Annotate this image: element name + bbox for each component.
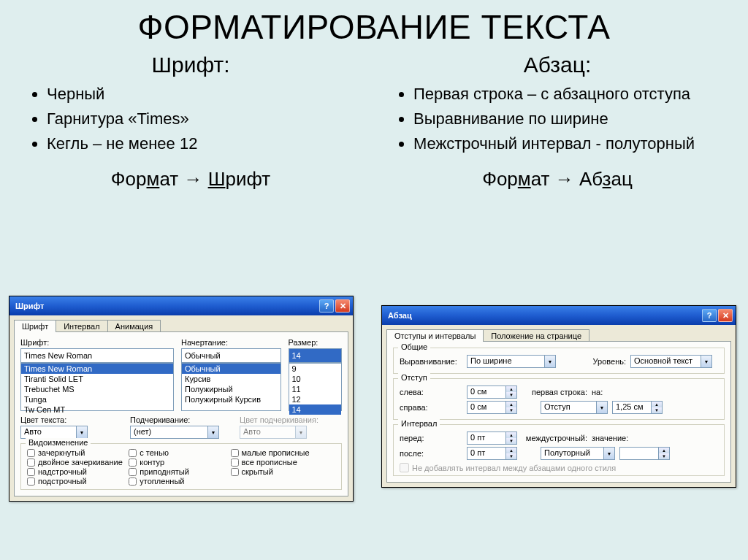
alignment-combo[interactable]: По ширине▼ <box>467 355 556 368</box>
list-item[interactable]: 10 <box>289 374 342 384</box>
chevron-down-icon: ▼ <box>207 426 218 438</box>
left-column: Шрифт: Черный Гарнитура «Times» Кегль – … <box>15 53 367 196</box>
effect-checkbox[interactable]: зачеркнутый <box>27 448 129 457</box>
spacing-before-spinner[interactable]: 0 пт▲▼ <box>467 431 517 445</box>
tab-font[interactable]: Шрифт <box>14 320 56 332</box>
font-dialog-titlebar: Шрифт ? ✕ <box>9 296 353 315</box>
effects-legend: Видоизменение <box>26 438 91 447</box>
list-item[interactable]: Tiranti Solid LET <box>21 374 173 384</box>
font-color-combo[interactable]: Авто▼ <box>20 426 88 439</box>
on-label: на: <box>592 388 614 396</box>
list-item[interactable]: 12 <box>289 394 342 404</box>
underline-style-label: Подчеркивание: <box>130 415 232 424</box>
indent-left-spinner[interactable]: 0 см▲▼ <box>467 386 517 399</box>
indent-left-label: слева: <box>400 388 462 396</box>
list-item[interactable]: Trebuchet MS <box>21 384 173 394</box>
list-item[interactable]: Полужирный <box>182 384 280 394</box>
paragraph-tab-panel: Общие Выравнивание: По ширине▼ Уровень: … <box>386 341 731 483</box>
effect-checkbox[interactable]: надстрочный <box>27 467 129 476</box>
slide-title: ФОРМАТИРОВАНИЕ ТЕКСТА <box>0 7 748 47</box>
effect-checkbox[interactable]: утопленный <box>129 477 230 486</box>
effect-checkbox[interactable]: скрытый <box>231 467 332 476</box>
list-item[interactable]: Tw Cen MT <box>21 404 173 415</box>
chevron-down-icon: ▼ <box>76 426 87 438</box>
underline-style-combo[interactable]: (нет)▼ <box>130 426 219 439</box>
list-item: Кегль – не менее 12 <box>47 131 367 156</box>
paragraph-bullets: Первая строка – с абзацного отступа Выра… <box>381 82 733 156</box>
spacing-legend: Интервал <box>398 419 440 428</box>
help-button[interactable]: ? <box>702 309 717 322</box>
font-style-input[interactable]: Обычный <box>181 348 281 363</box>
list-item: Гарнитура «Times» <box>47 107 367 131</box>
font-dialog-tabs: Шрифт Интервал Анимация <box>9 315 353 332</box>
font-section-heading: Шрифт: <box>15 53 367 77</box>
font-bullets: Черный Гарнитура «Times» Кегль – не мене… <box>15 82 367 156</box>
effect-checkbox[interactable]: малые прописные <box>231 448 332 457</box>
list-item[interactable]: 14 <box>289 404 342 415</box>
line-spacing-combo[interactable]: Полуторный▼ <box>541 447 615 460</box>
font-name-input[interactable]: Times New Roman <box>20 348 174 363</box>
indent-right-label: справа: <box>400 403 462 412</box>
first-line-combo[interactable]: Отступ▼ <box>541 401 608 414</box>
effect-checkbox[interactable]: с тенью <box>129 448 230 457</box>
menu-path-font: Формат → Шрифт <box>15 168 367 191</box>
list-item: Первая строка – с абзацного отступа <box>413 82 733 107</box>
font-style-label: Начертание: <box>181 338 281 347</box>
general-group: Общие Выравнивание: По ширине▼ Уровень: … <box>393 348 725 374</box>
paragraph-dialog-titlebar: Абзац ? ✕ <box>382 306 736 325</box>
tab-spacing[interactable]: Интервал <box>56 320 107 332</box>
no-space-same-style-checkbox: Не добавлять интервал между абзацами одн… <box>400 463 718 472</box>
underline-color-combo: Авто▼ <box>240 426 307 439</box>
close-button[interactable]: ✕ <box>335 299 350 312</box>
font-size-input[interactable]: 14 <box>289 348 343 363</box>
underline-color-label: Цвет подчеркивания: <box>240 415 342 424</box>
font-tab-panel: Шрифт: Times New Roman Times New Roman T… <box>14 331 348 496</box>
list-item[interactable]: 9 <box>289 364 342 374</box>
level-combo[interactable]: Основной текст▼ <box>630 355 712 368</box>
right-column: Абзац: Первая строка – с абзацного отсту… <box>381 53 733 196</box>
font-size-list[interactable]: 9 10 11 12 14 <box>289 363 343 411</box>
close-button[interactable]: ✕ <box>718 309 733 322</box>
indent-group: Отступ слева: 0 см▲▼ первая строка: на: … <box>393 378 725 420</box>
effects-group: Видоизменение зачеркнутый с тенью малые … <box>20 443 342 490</box>
help-button[interactable]: ? <box>319 299 334 312</box>
spacing-after-spinner[interactable]: 0 пт▲▼ <box>467 447 517 460</box>
list-item: Выравнивание по ширине <box>413 107 733 131</box>
list-item[interactable]: Курсив <box>182 374 280 384</box>
indent-right-spinner[interactable]: 0 см▲▼ <box>467 401 517 414</box>
menu-path-paragraph: Формат → Абзац <box>381 168 733 191</box>
list-item[interactable]: Tunga <box>21 394 173 404</box>
list-item[interactable]: Times New Roman <box>21 364 173 374</box>
first-line-label: первая строка: <box>522 388 587 396</box>
font-color-label: Цвет текста: <box>20 415 123 424</box>
font-dialog: Шрифт ? ✕ Шрифт Интервал Анимация Шрифт:… <box>9 296 354 502</box>
tab-page-position[interactable]: Положение на странице <box>483 329 589 342</box>
effect-checkbox[interactable]: подстрочный <box>27 477 129 486</box>
list-item: Черный <box>47 82 367 107</box>
list-item[interactable]: Обычный <box>182 364 280 374</box>
tab-animation[interactable]: Анимация <box>107 320 161 332</box>
spacing-value-label: значение: <box>592 434 628 442</box>
font-name-list[interactable]: Times New Roman Tiranti Solid LET Trebuc… <box>20 363 174 411</box>
font-style-list[interactable]: Обычный Курсив Полужирный Полужирный Кур… <box>181 363 281 411</box>
line-spacing-label: междустрочный: <box>522 434 587 442</box>
effect-checkbox[interactable]: двойное зачеркивание <box>27 458 129 467</box>
chevron-down-icon: ▼ <box>544 356 555 367</box>
tab-indents[interactable]: Отступы и интервалы <box>386 329 484 342</box>
effect-checkbox[interactable]: все прописные <box>231 458 332 467</box>
paragraph-dialog-title: Абзац <box>388 311 701 320</box>
paragraph-dialog: Абзац ? ✕ Отступы и интервалы Положение … <box>381 305 736 488</box>
chevron-down-icon: ▼ <box>701 356 711 367</box>
list-item[interactable]: Полужирный Курсив <box>182 394 280 404</box>
paragraph-section-heading: Абзац: <box>381 53 733 77</box>
first-line-value-spinner[interactable]: 1,25 см▲▼ <box>612 401 663 414</box>
paragraph-dialog-tabs: Отступы и интервалы Положение на страниц… <box>382 325 736 342</box>
list-item[interactable]: 11 <box>289 384 342 394</box>
effect-checkbox[interactable]: контур <box>129 458 230 467</box>
general-legend: Общие <box>398 342 430 351</box>
spacing-group: Интервал перед: 0 пт▲▼ междустрочный: зн… <box>393 424 725 476</box>
line-spacing-value-spinner[interactable]: ▲▼ <box>619 447 670 460</box>
spacing-after-label: после: <box>400 449 462 458</box>
effect-checkbox[interactable]: приподнятый <box>129 467 230 476</box>
font-dialog-title: Шрифт <box>15 302 318 310</box>
